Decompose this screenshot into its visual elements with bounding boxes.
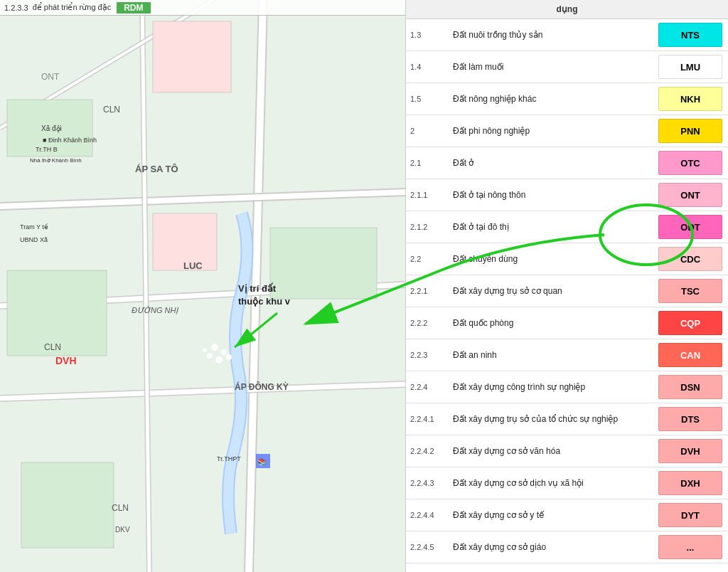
legend-panel: dụng 1.3Đất nuôi trồng thủy sảnNTS1.4Đất… bbox=[405, 0, 728, 572]
svg-text:Nhà thờ Khánh Bình: Nhà thờ Khánh Bình bbox=[30, 157, 82, 164]
map-svg: ĐƯỜNG NHỊ DVH CLN CLN CLN ONT Xã đội ■ Đ… bbox=[0, 0, 405, 572]
legend-row: 1.4Đất làm muốiLMU bbox=[406, 51, 728, 83]
svg-text:ÁP SA TÔ: ÁP SA TÔ bbox=[135, 164, 178, 174]
legend-row-code[interactable]: ONT bbox=[658, 183, 722, 207]
top-label: để phát triển rừng đặc bbox=[33, 3, 112, 12]
map-area: 1.2.3.3 để phát triển rừng đặc RDM bbox=[0, 0, 405, 572]
svg-text:CLN: CLN bbox=[103, 105, 120, 115]
legend-row: 1.5Đất nông nghiệp khácNKH bbox=[406, 83, 728, 115]
legend-row-num: 2.2.3 bbox=[406, 348, 449, 362]
legend-row: 2.2.4.2Đất xây dựng cơ sở văn hóaDVH bbox=[406, 435, 728, 467]
legend-row-num: 2.2.4.2 bbox=[406, 444, 449, 458]
legend-row-code[interactable]: DTS bbox=[658, 407, 722, 431]
legend-row-num: 1.5 bbox=[406, 92, 449, 106]
legend-row: 2.1Đất ởOTC bbox=[406, 147, 728, 179]
svg-point-43 bbox=[203, 348, 207, 352]
legend-row-label: Đất làm muối bbox=[449, 59, 655, 75]
legend-row-code[interactable]: NTS bbox=[658, 23, 722, 47]
legend-row-code[interactable]: NKH bbox=[658, 87, 722, 111]
legend-row: 2.1.2Đất ở tại đô thịODT bbox=[406, 211, 728, 243]
legend-row-code[interactable]: CQP bbox=[658, 311, 722, 335]
legend-row-code[interactable]: ODT bbox=[658, 215, 722, 239]
svg-text:Tr.TH B: Tr.TH B bbox=[36, 146, 58, 153]
legend-row: 2.2.3Đất an ninhCAN bbox=[406, 339, 728, 371]
legend-row-label: Đất chuyên dùng bbox=[449, 251, 655, 267]
svg-text:■ Đinh Khánh Bình: ■ Đinh Khánh Bình bbox=[43, 137, 97, 144]
svg-text:DKV: DKV bbox=[115, 526, 130, 534]
svg-text:Xã đội: Xã đội bbox=[41, 125, 62, 132]
legend-row-num: 2.2.2 bbox=[406, 316, 449, 330]
legend-row-num: 2.2.4 bbox=[406, 380, 449, 394]
legend-row-label: Đất phi nông nghiệp bbox=[449, 123, 655, 139]
top-bar: 1.2.3.3 để phát triển rừng đặc RDM bbox=[0, 0, 405, 16]
legend-row-label: Đất xây dựng cơ sở dịch vụ xã hội bbox=[449, 475, 655, 491]
svg-point-39 bbox=[221, 349, 227, 355]
legend-row-code[interactable]: DVH bbox=[658, 439, 722, 463]
legend-row-num: 2.1 bbox=[406, 156, 449, 170]
legend-row: 2.2.4.1Đất xây dựng trụ sở của tổ chức s… bbox=[406, 403, 728, 435]
legend-row-num: 2.1.1 bbox=[406, 188, 449, 202]
legend-row-label: Đất an ninh bbox=[449, 347, 655, 363]
svg-point-42 bbox=[226, 354, 232, 360]
legend-row-label: Đất nông nghiệp khác bbox=[449, 91, 655, 107]
legend-row-code[interactable]: TSC bbox=[658, 279, 722, 303]
svg-rect-18 bbox=[270, 228, 377, 299]
legend-row-num: 1.3 bbox=[406, 28, 449, 42]
legend-row-num: 2.2.4.3 bbox=[406, 476, 449, 490]
legend-row: 2.2.4.3Đất xây dựng cơ sở dịch vụ xã hội… bbox=[406, 467, 728, 499]
legend-row-code[interactable]: PNN bbox=[658, 119, 722, 143]
legend-row-label: Đất ở bbox=[449, 155, 655, 171]
legend-row-code[interactable]: DSN bbox=[658, 375, 722, 399]
legend-header: dụng bbox=[406, 0, 728, 19]
legend-row-code[interactable]: DXH bbox=[658, 471, 722, 495]
svg-point-40 bbox=[207, 353, 213, 359]
legend-row-code[interactable]: CAN bbox=[658, 343, 722, 367]
svg-text:Tr.THPT: Tr.THPT bbox=[217, 455, 241, 462]
legend-row-label: Đất xây dựng cơ sở giáo bbox=[449, 539, 655, 555]
svg-text:DVH: DVH bbox=[55, 355, 77, 366]
svg-text:ĐƯỜNG NHỊ: ĐƯỜNG NHỊ bbox=[132, 305, 179, 315]
legend-row-label: Đất nuôi trồng thủy sản bbox=[449, 27, 655, 43]
legend-row: 2.1.1Đất ở tại nông thônONT bbox=[406, 179, 728, 211]
legend-row-label: Đất ở tại đô thị bbox=[449, 219, 655, 235]
legend-row-label: Đất xây dựng cơ sở y tế bbox=[449, 507, 655, 523]
legend-row: 2.2.4.5Đất xây dựng cơ sở giáo... bbox=[406, 531, 728, 563]
legend-row-code[interactable]: LMU bbox=[658, 55, 722, 79]
svg-point-41 bbox=[215, 356, 223, 364]
legend-row-num: 2.2.1 bbox=[406, 284, 449, 298]
legend-row-label: Đất xây dựng công trình sự nghiệp bbox=[449, 379, 655, 395]
svg-text:ONT: ONT bbox=[41, 72, 60, 82]
legend-row: 1.3Đất nuôi trồng thủy sảnNTS bbox=[406, 19, 728, 51]
svg-text:thuộc khu v: thuộc khu v bbox=[238, 296, 291, 307]
svg-text:CLN: CLN bbox=[44, 342, 61, 352]
legend-row-num: 2 bbox=[406, 124, 449, 138]
legend-row-code[interactable]: ... bbox=[658, 535, 722, 559]
svg-text:CLN: CLN bbox=[112, 503, 129, 513]
legend-row-label: Đất ở tại nông thôn bbox=[449, 187, 655, 203]
svg-rect-16 bbox=[153, 21, 231, 92]
legend-row-label: Đất xây dựng trụ sở cơ quan bbox=[449, 283, 655, 299]
top-num: 1.2.3.3 bbox=[4, 4, 28, 12]
svg-text:ÁP ĐÔNG KỲ: ÁP ĐÔNG KỲ bbox=[235, 381, 289, 392]
legend-row-num: 2.2.4.4 bbox=[406, 508, 449, 522]
svg-point-38 bbox=[211, 344, 218, 351]
legend-row-code[interactable]: CDC bbox=[658, 247, 722, 271]
legend-row-num: 2.2 bbox=[406, 252, 449, 266]
svg-text:UBND Xã: UBND Xã bbox=[20, 236, 48, 243]
svg-rect-15 bbox=[21, 462, 114, 548]
legend-row-label: Đất xây dựng trụ sở của tổ chức sự nghiệ… bbox=[449, 411, 655, 427]
svg-text:Vị trí đất: Vị trí đất bbox=[238, 282, 277, 294]
legend-row-code[interactable]: DYT bbox=[658, 503, 722, 527]
legend-row-label: Đất xây dựng cơ sở văn hóa bbox=[449, 443, 655, 459]
legend-row: 2.2Đất chuyên dùngCDC bbox=[406, 243, 728, 275]
legend-row-num: 1.4 bbox=[406, 60, 449, 74]
legend-row-label: Đất quốc phòng bbox=[449, 315, 655, 331]
svg-text:📚: 📚 bbox=[257, 457, 267, 467]
top-code: RDM bbox=[117, 2, 150, 14]
legend-row: 2Đất phi nông nghiệpPNN bbox=[406, 115, 728, 147]
svg-text:Tram Y tế: Tram Y tế bbox=[20, 223, 48, 231]
legend-row: 2.2.1Đất xây dựng trụ sở cơ quanTSC bbox=[406, 275, 728, 307]
legend-row-code[interactable]: OTC bbox=[658, 151, 722, 175]
legend-row-num: 2.2.4.1 bbox=[406, 412, 449, 426]
legend-row-num: 2.1.2 bbox=[406, 220, 449, 234]
